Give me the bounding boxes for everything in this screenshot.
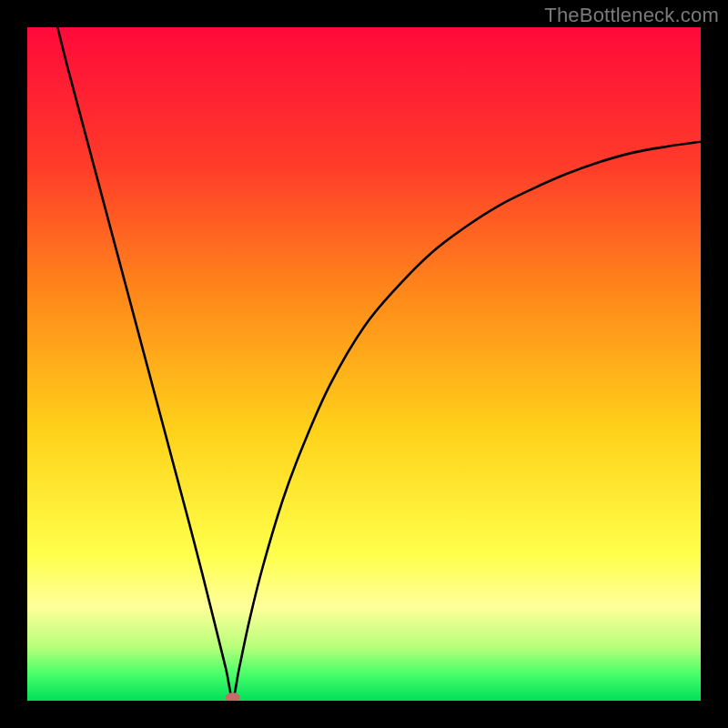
watermark-label: TheBottleneck.com — [544, 4, 719, 27]
plot-area — [27, 27, 701, 701]
chart-frame: TheBottleneck.com — [0, 0, 728, 728]
bottleneck-curve-chart — [27, 27, 701, 701]
gradient-background — [27, 27, 701, 701]
